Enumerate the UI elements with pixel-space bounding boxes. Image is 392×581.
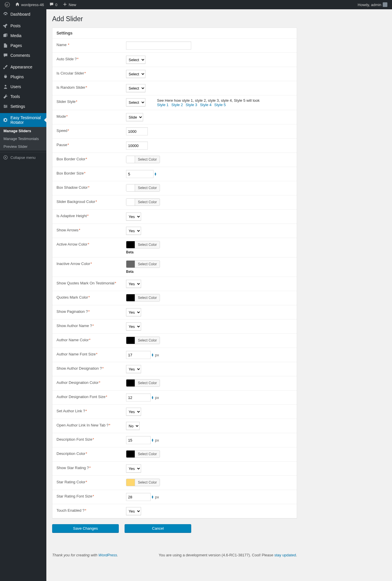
spinner-icon[interactable]: ▲▼ (151, 495, 154, 499)
show-author-name-select[interactable]: Yes (126, 322, 141, 331)
label-show-pagination: Show Pagination ? (56, 309, 88, 314)
submenu-preview-slider[interactable]: Preview Slider (0, 143, 46, 150)
spinner-icon[interactable]: ▲▼ (151, 396, 154, 399)
wrench-icon (3, 94, 8, 99)
spinner-icon[interactable]: ▲▼ (154, 172, 157, 176)
style-link-2[interactable]: Style 2 (171, 103, 183, 107)
show-pagination-select[interactable]: Yes (126, 308, 141, 316)
pause-input[interactable] (126, 141, 148, 150)
wordpress-link[interactable]: WordPress (99, 553, 117, 557)
cancel-button[interactable]: Cancel (125, 524, 191, 533)
svg-point-3 (6, 106, 7, 107)
box-border-size-input[interactable] (126, 170, 154, 178)
media-icon (3, 33, 8, 38)
author-name-font-size-input[interactable] (126, 351, 151, 359)
comment-icon (3, 53, 8, 58)
pages-icon (3, 43, 8, 48)
submenu-manage-sliders[interactable]: Manage Sliders (0, 127, 46, 135)
collapse-menu[interactable]: Collapse menu (0, 152, 46, 162)
menu-users[interactable]: Users (0, 82, 46, 92)
style-link-1[interactable]: Style 1 (157, 103, 169, 107)
open-author-link-select[interactable]: No (126, 422, 140, 430)
label-show-quotes: Show Quotes Mark On Testimonial (56, 281, 114, 285)
label-pause: Pause (56, 143, 67, 147)
menu-settings[interactable]: Settings (0, 101, 46, 111)
menu-media[interactable]: Media (0, 31, 46, 41)
plus-icon (63, 2, 67, 8)
menu-dashboard[interactable]: Dashboard (0, 9, 46, 19)
swatch-icon (126, 451, 135, 457)
is-adaptive-select[interactable]: Yes (126, 213, 141, 221)
howdy-account[interactable]: Howdy, admin (355, 0, 390, 9)
active-arrow-color-picker[interactable]: Select Color (126, 241, 160, 248)
label-box-border-color: Box Border Color (56, 157, 85, 161)
is-random-select[interactable]: Select (126, 84, 145, 92)
label-is-circular: Is Circular Slider (56, 71, 84, 75)
dashboard-icon (3, 12, 8, 17)
label-touch-enabled: Touch Enabled ? (56, 508, 85, 513)
label-active-arrow-color: Active Arrow Color (56, 242, 87, 246)
touch-enabled-select[interactable]: Yes (126, 507, 141, 515)
description-font-size-input[interactable] (126, 436, 151, 444)
menu-comments[interactable]: Comments (0, 50, 46, 60)
menu-pages[interactable]: Pages (0, 41, 46, 50)
style-link-5[interactable]: Style 5 (214, 103, 226, 107)
footer-thanks: Thank you for creating with WordPress. (52, 553, 118, 557)
label-set-author-link: Set Author Link ? (56, 409, 85, 413)
speed-input[interactable] (126, 127, 148, 135)
page-title: Add Slider (52, 15, 386, 23)
swatch-icon (126, 380, 135, 386)
show-star-rating-select[interactable]: Yes (126, 464, 141, 473)
slider-bg-color-picker[interactable]: Select Color (126, 198, 160, 206)
auto-slide-select[interactable]: Select (126, 56, 145, 64)
star-rating-font-size-input[interactable] (126, 493, 151, 501)
label-name: Name (56, 43, 68, 47)
submenu-manage-testimonials[interactable]: Manage Testimonials (0, 135, 46, 143)
new-content-link[interactable]: New (60, 0, 79, 9)
wp-logo[interactable] (2, 0, 12, 9)
quotes-mark-color-picker[interactable]: Select Color (126, 294, 160, 302)
show-quotes-select[interactable]: Yes (126, 280, 141, 288)
howdy-text: Howdy, admin (358, 3, 381, 7)
author-designation-color-picker[interactable]: Select Color (126, 379, 160, 387)
show-author-designation-select[interactable]: Yes (126, 365, 141, 373)
star-rating-color-picker[interactable]: Select Color (126, 479, 160, 486)
name-input[interactable] (126, 41, 191, 50)
description-color-picker[interactable]: Select Color (126, 450, 160, 458)
author-designation-font-size-input[interactable] (126, 393, 151, 402)
swatch-icon (126, 294, 135, 301)
menu-easy-testimonial[interactable]: Easy Testimonial Rotator (0, 113, 46, 127)
avatar-icon (383, 2, 387, 7)
swatch-blank-icon (126, 184, 135, 191)
spinner-icon[interactable]: ▲▼ (151, 353, 154, 357)
label-author-designation-font-size: Author Designation Font Size (56, 395, 105, 399)
save-button[interactable]: Save Changes (52, 524, 119, 533)
label-slider-style: Slider Style (56, 99, 76, 104)
slider-style-select[interactable]: Select (126, 98, 145, 106)
label-description-font-size: Description Font Size (56, 437, 92, 442)
menu-plugins[interactable]: Plugins (0, 72, 46, 82)
mode-select[interactable]: Slide (126, 113, 143, 121)
is-circular-select[interactable]: Select (126, 70, 145, 78)
stay-updated-link[interactable]: stay updated (274, 553, 296, 557)
style-link-4[interactable]: Style 4 (200, 103, 212, 107)
label-author-designation-color: Author Designation Color (56, 380, 99, 385)
site-name-link[interactable]: wordpress-46 (13, 0, 46, 9)
set-author-link-select[interactable]: Yes (126, 408, 141, 416)
comments-bubble[interactable]: 0 (47, 0, 60, 9)
box-border-color-picker[interactable]: Select Color (126, 156, 160, 163)
box-shadow-color-picker[interactable]: Select Color (126, 184, 160, 192)
inactive-arrow-color-picker[interactable]: Select Color (126, 260, 160, 268)
label-box-border-size: Box Border Size (56, 171, 84, 175)
style-link-3[interactable]: Style 3 (186, 103, 197, 107)
author-name-color-picker[interactable]: Select Color (126, 337, 160, 344)
plug-icon (3, 74, 8, 79)
menu-appearance[interactable]: Appearance (0, 62, 46, 72)
svg-point-4 (4, 107, 6, 108)
show-arrows-select[interactable]: Yes (126, 227, 141, 235)
menu-tools[interactable]: Tools (0, 92, 46, 101)
label-description-color: Description Color (56, 451, 85, 456)
menu-posts[interactable]: Posts (0, 21, 46, 31)
gear-icon (3, 117, 8, 123)
spinner-icon[interactable]: ▲▼ (151, 438, 154, 442)
